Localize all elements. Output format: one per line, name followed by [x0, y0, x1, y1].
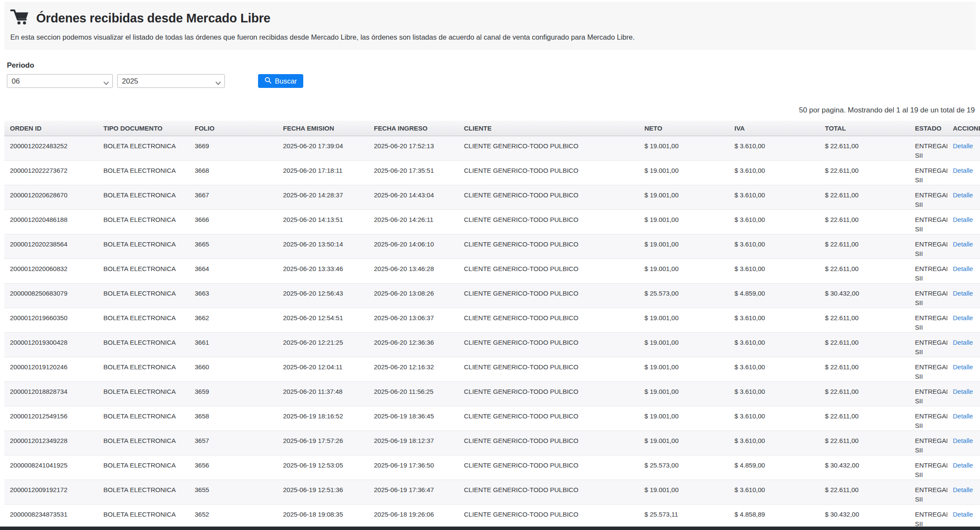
- column-header-acciones[interactable]: ACCIONES: [947, 121, 980, 136]
- detalle-link[interactable]: Detalle: [953, 388, 973, 395]
- detalle-link[interactable]: Detalle: [953, 167, 973, 174]
- cell-iva: $ 3.610,00: [729, 308, 819, 333]
- detalle-link[interactable]: Detalle: [953, 339, 973, 346]
- cell-acciones: Detalle: [947, 210, 980, 234]
- cell-orden-id: 2000012022483252: [4, 136, 98, 161]
- cell-neto: $ 19.001,00: [639, 161, 729, 185]
- cell-fecha-ingreso: 2025-06-19 17:36:47: [368, 480, 458, 505]
- cell-fecha-emision: 2025-06-18 19:08:35: [277, 505, 368, 529]
- column-header-total[interactable]: TOTAL: [819, 121, 909, 136]
- cell-fecha-emision: 2025-06-20 14:28:37: [277, 185, 368, 210]
- cell-estado: ENTREGADO SII: [909, 234, 947, 259]
- table-row: 2000012018828734BOLETA ELECTRONICA365920…: [4, 382, 980, 406]
- cell-folio: 3660: [189, 357, 277, 382]
- cell-iva: $ 3.610,00: [729, 406, 819, 431]
- cell-acciones: Detalle: [947, 431, 980, 455]
- page-header: Órdenes recibidas desde Mercado Libre En…: [4, 2, 976, 50]
- cell-fecha-emision: 2025-06-20 12:21:25: [277, 333, 368, 357]
- detalle-link[interactable]: Detalle: [953, 412, 973, 420]
- column-header-fecha-emision[interactable]: FECHA EMISION: [277, 121, 368, 136]
- detalle-link[interactable]: Detalle: [953, 290, 973, 297]
- cell-acciones: Detalle: [947, 185, 980, 210]
- cell-iva: $ 4.858,89: [729, 505, 819, 529]
- cell-folio: 3658: [189, 406, 277, 431]
- cell-total: $ 22.611,00: [819, 185, 909, 210]
- bottom-bar: [0, 527, 980, 530]
- cell-iva: $ 4.859,00: [729, 284, 819, 308]
- cell-folio: 3656: [189, 455, 277, 480]
- cell-folio: 3659: [189, 382, 277, 406]
- column-header-orden-id[interactable]: ORDEN ID: [4, 121, 98, 136]
- column-header-iva[interactable]: IVA: [729, 121, 819, 136]
- cell-tipo-documento: BOLETA ELECTRONICA: [98, 505, 189, 529]
- cell-cliente: CLIENTE GENERICO-TODO PULBICO: [458, 431, 639, 455]
- detalle-link[interactable]: Detalle: [953, 216, 973, 223]
- month-select[interactable]: 06: [7, 74, 113, 88]
- cell-tipo-documento: BOLETA ELECTRONICA: [98, 210, 189, 234]
- cell-iva: $ 3.610,00: [729, 382, 819, 406]
- search-icon: [264, 77, 271, 85]
- table-row: 2000012019120246BOLETA ELECTRONICA366020…: [4, 357, 980, 382]
- detalle-link[interactable]: Detalle: [953, 363, 973, 371]
- cell-fecha-ingreso: 2025-06-20 14:43:04: [368, 185, 458, 210]
- buscar-button[interactable]: Buscar: [258, 74, 303, 88]
- cell-orden-id: 2000012020238564: [4, 234, 98, 259]
- column-header-folio[interactable]: FOLIO: [189, 121, 277, 136]
- cell-tipo-documento: BOLETA ELECTRONICA: [98, 284, 189, 308]
- detalle-link[interactable]: Detalle: [953, 511, 973, 518]
- cell-estado: ENTREGADO SII: [909, 284, 947, 308]
- cell-estado: ENTREGADO SII: [909, 431, 947, 455]
- cell-acciones: Detalle: [947, 234, 980, 259]
- cell-fecha-ingreso: 2025-06-19 18:12:37: [368, 431, 458, 455]
- cell-estado: ENTREGADO SII: [909, 505, 947, 529]
- cell-orden-id: 2000012012549156: [4, 406, 98, 431]
- cell-cliente: CLIENTE GENERICO-TODO PULBICO: [458, 185, 639, 210]
- cell-estado: ENTREGADO SII: [909, 357, 947, 382]
- cell-fecha-emision: 2025-06-19 17:57:26: [277, 431, 368, 455]
- table-row: 2000012020238564BOLETA ELECTRONICA366520…: [4, 234, 980, 259]
- cell-folio: 3668: [189, 161, 277, 185]
- table-row: 2000012022483252BOLETA ELECTRONICA366920…: [4, 136, 980, 161]
- column-header-cliente[interactable]: CLIENTE: [458, 121, 639, 136]
- year-select[interactable]: 2025: [117, 74, 225, 88]
- cell-folio: 3665: [189, 234, 277, 259]
- detalle-link[interactable]: Detalle: [953, 486, 973, 493]
- cell-tipo-documento: BOLETA ELECTRONICA: [98, 382, 189, 406]
- column-header-fecha-ingreso[interactable]: FECHA INGRESO: [368, 121, 458, 136]
- cell-cliente: CLIENTE GENERICO-TODO PULBICO: [458, 357, 639, 382]
- detalle-link[interactable]: Detalle: [953, 461, 973, 469]
- cell-tipo-documento: BOLETA ELECTRONICA: [98, 455, 189, 480]
- column-header-estado[interactable]: ESTADO: [909, 121, 947, 136]
- cell-estado: ENTREGADO SII: [909, 406, 947, 431]
- cell-neto: $ 19.001,00: [639, 406, 729, 431]
- cell-total: $ 22.611,00: [819, 259, 909, 284]
- cell-estado: ENTREGADO SII: [909, 136, 947, 161]
- cell-folio: 3664: [189, 259, 277, 284]
- cell-tipo-documento: BOLETA ELECTRONICA: [98, 136, 189, 161]
- detalle-link[interactable]: Detalle: [953, 142, 973, 150]
- cell-orden-id: 2000012019660350: [4, 308, 98, 333]
- cell-orden-id: 2000012020060832: [4, 259, 98, 284]
- cell-total: $ 22.611,00: [819, 406, 909, 431]
- cell-folio: 3657: [189, 431, 277, 455]
- cell-neto: $ 25.573,00: [639, 455, 729, 480]
- cell-acciones: Detalle: [947, 308, 980, 333]
- cell-fecha-ingreso: 2025-06-20 13:46:28: [368, 259, 458, 284]
- cell-iva: $ 3.610,00: [729, 357, 819, 382]
- detalle-link[interactable]: Detalle: [953, 437, 973, 444]
- cell-acciones: Detalle: [947, 284, 980, 308]
- table-row: 2000012019300428BOLETA ELECTRONICA366120…: [4, 333, 980, 357]
- detalle-link[interactable]: Detalle: [953, 314, 973, 321]
- column-header-neto[interactable]: NETO: [639, 121, 729, 136]
- detalle-link[interactable]: Detalle: [953, 240, 973, 248]
- cell-iva: $ 3.610,00: [729, 259, 819, 284]
- detalle-link[interactable]: Detalle: [953, 191, 973, 199]
- cell-neto: $ 19.001,00: [639, 357, 729, 382]
- page-description: En esta seccion podemos visualizar el li…: [10, 33, 969, 41]
- cell-orden-id: 2000012019300428: [4, 333, 98, 357]
- detalle-link[interactable]: Detalle: [953, 265, 973, 272]
- cell-total: $ 30.432,00: [819, 505, 909, 529]
- cell-folio: 3663: [189, 284, 277, 308]
- cell-tipo-documento: BOLETA ELECTRONICA: [98, 234, 189, 259]
- column-header-tipo-documento[interactable]: TIPO DOCUMENTO: [98, 121, 189, 136]
